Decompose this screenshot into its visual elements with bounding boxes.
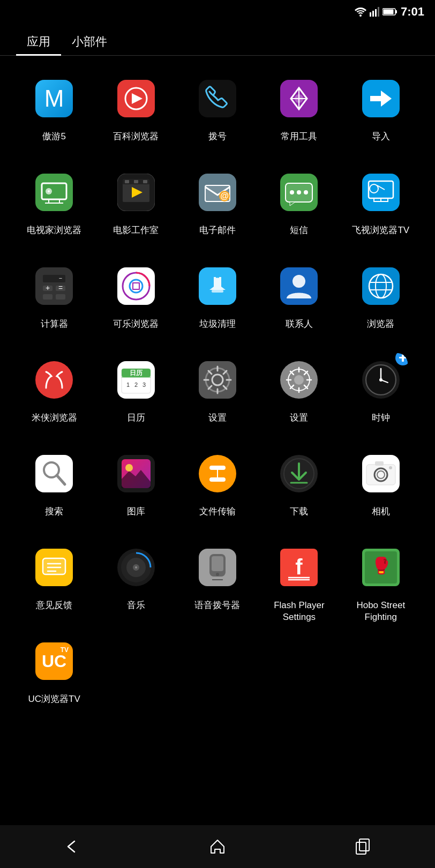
svg-text:−: − <box>59 275 62 281</box>
app-item-movie[interactable]: 电影工作室 <box>98 160 174 249</box>
app-item-calc[interactable]: −+=计算器 <box>16 254 92 342</box>
app-label-gallery: 图库 <box>127 506 145 518</box>
app-item-sms[interactable]: 短信 <box>261 160 337 249</box>
svg-text:3: 3 <box>142 381 146 388</box>
svg-text:@: @ <box>220 191 229 200</box>
app-item-import[interactable]: 导入 <box>343 66 419 155</box>
signal-icon <box>370 7 379 17</box>
app-item-contacts[interactable]: 联系人 <box>261 254 337 342</box>
svg-rect-59 <box>43 294 52 300</box>
tab-apps[interactable]: 应用 <box>16 28 61 55</box>
svg-rect-32 <box>143 180 147 183</box>
app-item-gallery[interactable]: 图库 <box>98 442 174 530</box>
app-icon-flyview <box>354 166 408 219</box>
app-item-flyview[interactable]: 飞视浏览器TV <box>343 160 419 249</box>
app-label-feedback: 意见反馈 <box>36 600 72 611</box>
app-icon-dial <box>191 72 244 125</box>
app-item-tools[interactable]: 常用工具 <box>261 66 337 155</box>
svg-point-115 <box>389 466 392 469</box>
status-time: 7:01 <box>401 5 424 19</box>
app-label-settings2: 设置 <box>290 412 308 424</box>
svg-text:f: f <box>296 555 303 579</box>
svg-rect-143 <box>359 839 369 851</box>
svg-rect-129 <box>212 556 223 571</box>
app-icon-aoyou: M <box>27 72 81 125</box>
app-item-tvbrowser[interactable]: 电视家浏览器 <box>16 160 92 249</box>
app-item-baike[interactable]: 百科浏览器 <box>98 66 174 155</box>
app-item-search[interactable]: 搜索 <box>16 442 92 530</box>
svg-text:M: M <box>44 85 64 111</box>
app-item-email[interactable]: @电子邮件 <box>179 160 256 249</box>
svg-rect-114 <box>375 461 384 466</box>
app-item-flash[interactable]: fFlash Player Settings <box>261 535 337 624</box>
app-item-settings[interactable]: 设置 <box>179 348 256 436</box>
svg-point-67 <box>292 275 305 288</box>
app-item-aoyou[interactable]: M傲游5 <box>16 66 92 155</box>
app-item-uc[interactable]: UCTVUC浏览器TV <box>16 629 92 717</box>
svg-rect-104 <box>209 466 226 470</box>
app-item-settings2[interactable]: 设置 <box>261 348 337 436</box>
app-icon-email: @ <box>191 166 244 219</box>
app-label-calendar: 日历 <box>127 412 145 424</box>
svg-text:UC: UC <box>42 652 66 671</box>
app-label-movie: 电影工作室 <box>113 225 159 236</box>
recent-button[interactable] <box>347 830 379 863</box>
app-label-search: 搜索 <box>45 506 63 518</box>
svg-text:+: + <box>46 283 50 292</box>
home-button[interactable] <box>201 830 234 863</box>
app-label-clock: 时钟 <box>372 412 390 424</box>
svg-text:=: = <box>58 283 63 292</box>
svg-rect-7 <box>383 10 393 14</box>
app-icon-sms <box>272 166 326 219</box>
app-icon-hobo: 🥊 <box>354 541 408 594</box>
svg-rect-73 <box>35 361 73 399</box>
svg-rect-142 <box>356 842 366 854</box>
app-icon-settings2 <box>272 353 326 407</box>
tab-widgets[interactable]: 小部件 <box>61 28 118 55</box>
svg-rect-2 <box>372 11 374 17</box>
svg-point-87 <box>294 375 304 385</box>
app-item-mi[interactable]: 米侠浏览器 <box>16 348 92 436</box>
app-item-clock[interactable]: 时钟 <box>343 348 419 436</box>
svg-point-42 <box>290 190 294 194</box>
app-item-clean[interactable]: 垃圾清理 <box>179 254 256 342</box>
app-label-dial: 拨号 <box>208 131 227 143</box>
app-item-dial[interactable]: 拨号 <box>179 66 256 155</box>
app-item-hobo[interactable]: 🥊Hobo Street Fighting <box>343 535 419 624</box>
app-label-aoyou: 傲游5 <box>42 131 65 143</box>
svg-point-130 <box>216 573 219 576</box>
svg-rect-52 <box>35 267 73 305</box>
svg-rect-31 <box>134 180 138 183</box>
battery-icon <box>382 8 398 16</box>
app-label-tvbrowser: 电视家浏览器 <box>27 225 81 236</box>
svg-text:TV: TV <box>61 646 69 654</box>
app-label-cola: 可乐浏览器 <box>113 318 159 330</box>
app-label-download: 下载 <box>290 506 308 518</box>
svg-rect-46 <box>362 174 400 211</box>
app-icon-settings <box>191 353 244 407</box>
app-icon-import <box>354 72 408 125</box>
svg-text:2: 2 <box>134 381 138 388</box>
app-item-filetransfer[interactable]: 文件传输 <box>179 442 256 530</box>
app-icon-mi <box>27 353 81 407</box>
app-item-feedback[interactable]: 意见反馈 <box>16 535 92 624</box>
app-item-cola[interactable]: 可乐浏览器 <box>98 254 174 342</box>
app-item-calendar[interactable]: 日历123日历 <box>98 348 174 436</box>
app-icon-tools <box>272 72 326 125</box>
app-item-browser[interactable]: 浏览器 <box>343 254 419 342</box>
svg-rect-3 <box>375 9 377 17</box>
svg-rect-96 <box>402 354 404 362</box>
app-item-voicedial[interactable]: 语音拨号器 <box>179 535 256 624</box>
app-item-camera[interactable]: 相机 <box>343 442 419 530</box>
app-icon-download <box>272 447 326 500</box>
app-item-download[interactable]: 下载 <box>261 442 337 530</box>
app-label-music: 音乐 <box>127 600 145 611</box>
app-icon-contacts <box>272 259 326 313</box>
status-icons: 7:01 <box>355 5 424 19</box>
back-button[interactable] <box>56 830 88 863</box>
svg-point-43 <box>297 190 301 194</box>
app-label-calc: 计算器 <box>41 318 68 330</box>
app-item-music[interactable]: 音乐 <box>98 535 174 624</box>
app-label-email: 电子邮件 <box>199 225 236 236</box>
app-label-clean: 垃圾清理 <box>199 318 236 330</box>
